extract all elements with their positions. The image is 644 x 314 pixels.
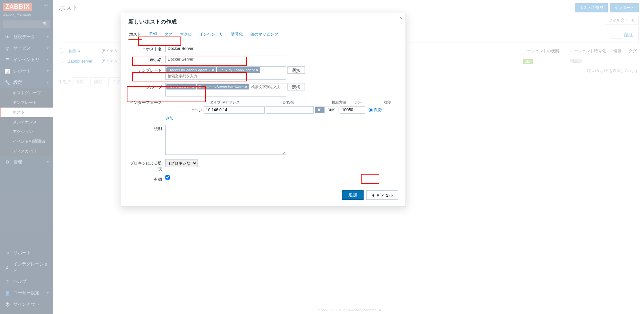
templates-select-button[interactable]: 選択 (287, 66, 305, 74)
interface-row: エージ IP DNS 削除 (165, 106, 398, 114)
group-chip: Linux servers× (166, 84, 196, 89)
tab-encryption[interactable]: 暗号化 (230, 29, 244, 40)
connect-ip-button[interactable]: IP (315, 107, 324, 113)
chip-remove-icon[interactable]: × (212, 68, 214, 72)
iface-col-type: タイプ (208, 100, 222, 105)
chip-remove-icon[interactable]: × (245, 85, 247, 89)
hostname-input[interactable] (165, 45, 286, 52)
connect-dns-button[interactable]: DNS (324, 107, 338, 113)
default-radio[interactable] (369, 108, 373, 112)
description-input[interactable] (165, 125, 286, 155)
create-host-modal: × 新しいホストの作成 ホスト IPMI タグ マクロ インベントリ 暗号化 値… (121, 13, 406, 207)
chip-remove-icon[interactable]: × (256, 68, 258, 72)
groups-select-button[interactable]: 選択 (287, 83, 305, 90)
add-interface-link[interactable]: 追加 (165, 116, 173, 121)
dns-input[interactable] (266, 106, 314, 114)
close-icon[interactable]: × (399, 15, 402, 20)
groups-label: グループ (128, 83, 165, 90)
iface-col-default: 標準 (384, 100, 397, 105)
tab-tags[interactable]: タグ (164, 29, 173, 40)
template-chip: Docker by Zabbix agent 2× (166, 67, 216, 73)
templates-input[interactable]: Docker by Zabbix agent 2× Linux by Zabbi… (165, 66, 286, 80)
tab-host[interactable]: ホスト (128, 29, 142, 40)
iface-col-dns: DNS名 (283, 100, 332, 105)
tab-macros[interactable]: マクロ (179, 29, 193, 40)
description-label: 説明 (128, 125, 165, 132)
proxy-select[interactable]: (プロキシなし) (165, 159, 198, 167)
template-chip: Linux by Zabbix agent× (217, 67, 260, 73)
ip-input[interactable] (204, 106, 265, 114)
interfaces-label: インターフェース (128, 100, 165, 106)
enabled-label: 有効 (128, 175, 165, 182)
iface-col-ip: IPアドレス (222, 100, 283, 105)
tab-ipmi[interactable]: IPMI (148, 29, 158, 40)
modal-footer: 追加 キャンセル (128, 190, 398, 200)
enabled-checkbox[interactable] (165, 175, 170, 180)
interface-delete-link[interactable]: 削除 (374, 107, 382, 113)
iface-type-label: エージ (165, 108, 204, 113)
visiblename-input[interactable] (165, 56, 286, 63)
iface-col-port: ポート (355, 100, 384, 105)
iface-col-connect: 接続方法 (332, 100, 355, 105)
cancel-button[interactable]: キャンセル (366, 190, 398, 200)
chip-remove-icon[interactable]: × (192, 85, 194, 89)
templates-search[interactable] (166, 73, 285, 79)
templates-label: テンプレート (128, 66, 165, 73)
tab-valuemap[interactable]: 値のマッピング (250, 29, 279, 40)
hostname-label: ホスト名 (128, 45, 165, 52)
modal-title: 新しいホストの作成 (128, 18, 398, 25)
visible-label: 表示名 (128, 56, 165, 63)
modal-tabs: ホスト IPMI タグ マクロ インベントリ 暗号化 値のマッピング (128, 29, 398, 40)
add-button[interactable]: 追加 (342, 190, 364, 200)
host-form: ホスト名 表示名 テンプレート Docker by Zabbix agent 2… (128, 45, 398, 182)
groups-input[interactable]: Linux servers× Templates/Server hardware… (165, 83, 286, 97)
proxy-label: プロキシによる監視 (128, 159, 165, 172)
interface-header: タイプ IPアドレス DNS名 接続方法 ポート 標準 (165, 100, 398, 105)
group-chip: Templates/Server hardware× (197, 84, 249, 89)
tab-inventory[interactable]: インベントリ (199, 29, 224, 40)
port-input[interactable] (340, 106, 365, 114)
groups-search[interactable] (250, 84, 285, 89)
connect-toggle: IP DNS (315, 107, 338, 113)
